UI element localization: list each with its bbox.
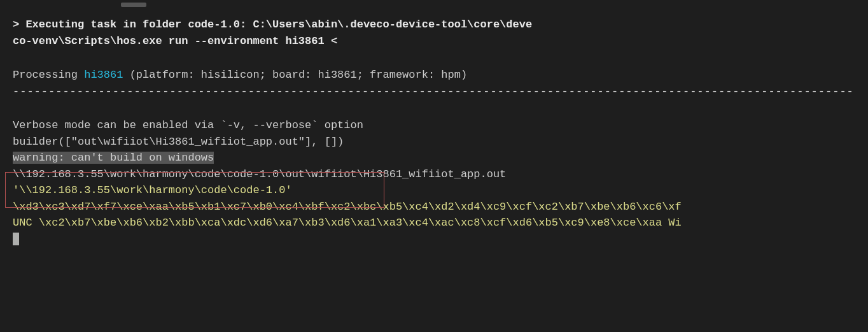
- terminal-output[interactable]: > Executing task in folder code-1.0: C:\…: [0, 0, 868, 255]
- task-exec-line-1: > Executing task in folder code-1.0: C:\…: [13, 17, 855, 33]
- task-exec-line-2: co-venv\Scripts\hos.exe run --environmen…: [13, 33, 855, 50]
- yellow-line-1: '\\192.168.3.55\work\harmony\code\code-1…: [13, 182, 855, 199]
- processing-target: hi3861: [84, 69, 123, 81]
- yellow-line-3: UNC \xc2\xb7\xbe\xb6\xb2\xbb\xca\xdc\xd6…: [13, 215, 855, 231]
- yellow-line-2: \xd3\xc3\xd7\xf7\xce\xaa\xb5\xb1\xc7\xb0…: [13, 199, 855, 215]
- terminal-cursor: [13, 233, 19, 245]
- processing-suffix: (platform: hisilicon; board: hi3861; fra…: [123, 69, 467, 81]
- warning-selected-text: warning: can't build on windows: [13, 152, 214, 164]
- processing-prefix: Processing: [13, 69, 84, 81]
- separator-line: ----------------------------------------…: [13, 83, 855, 100]
- scrollbar-thumb[interactable]: [121, 3, 146, 7]
- cursor-line: [13, 231, 855, 248]
- unc-path-line: \\192.168.3.55\work\harmony\code\code-1.…: [13, 166, 855, 183]
- processing-line: Processing hi3861 (platform: hisilicon; …: [13, 67, 855, 83]
- builder-line: builder(["out\wifiiot\Hi3861_wifiiot_app…: [13, 134, 855, 150]
- warning-line: warning: can't build on windows: [13, 150, 855, 166]
- verbose-line: Verbose mode can be enabled via `-v, --v…: [13, 117, 855, 134]
